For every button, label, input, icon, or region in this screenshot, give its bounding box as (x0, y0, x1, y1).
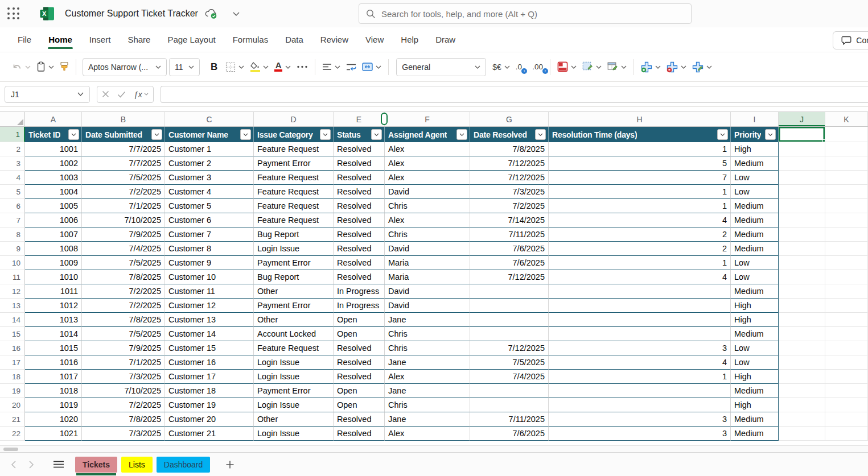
column-header-J[interactable]: J (779, 112, 825, 126)
cell-H16[interactable]: 3 (549, 341, 731, 355)
cell-G19[interactable] (470, 384, 549, 398)
cell-H20[interactable] (549, 398, 731, 412)
alignment-button[interactable] (319, 60, 343, 74)
cell-J16[interactable] (779, 341, 825, 355)
cell-J6[interactable] (779, 199, 825, 213)
cell-C16[interactable]: Customer 15 (165, 341, 254, 355)
table-header-issue-category[interactable]: Issue Category (254, 127, 334, 142)
format-as-table-button[interactable] (579, 58, 604, 76)
cell-K10[interactable] (825, 256, 868, 270)
cell-I5[interactable]: Low (731, 185, 779, 199)
row-header-21[interactable]: 21 (0, 412, 25, 427)
cell-G18[interactable]: 7/4/2025 (470, 370, 549, 384)
cell-I20[interactable]: High (731, 398, 779, 412)
cell-D9[interactable]: Login Issue (254, 242, 334, 256)
cell-I11[interactable]: Low (731, 270, 779, 284)
decrease-decimal-button[interactable]: .0‹ (513, 59, 525, 74)
cell-D6[interactable]: Feature Request (254, 199, 334, 213)
cell-E17[interactable]: Resolved (334, 355, 385, 370)
cell-C11[interactable]: Customer 10 (165, 270, 254, 284)
cell-E21[interactable]: Resolved (334, 412, 385, 427)
cell-G12[interactable] (470, 284, 549, 299)
cell-K21[interactable] (825, 412, 868, 427)
font-color-button[interactable]: A (271, 59, 294, 75)
cell-F7[interactable]: Alex (385, 213, 470, 227)
cell-I13[interactable]: High (731, 299, 779, 313)
horizontal-scrollbar[interactable] (0, 445, 868, 452)
insert-function-button[interactable]: ƒx (134, 90, 149, 99)
cell-F9[interactable]: David (385, 242, 470, 256)
column-header-F[interactable]: F (385, 112, 470, 126)
cell-F14[interactable]: Jane (385, 313, 470, 327)
conditional-formatting-button[interactable] (554, 58, 579, 76)
cell-F4[interactable]: Alex (385, 171, 470, 185)
cell-H5[interactable]: 1 (549, 185, 731, 199)
table-header-assigned-agent[interactable]: Assigned Agent (385, 127, 470, 142)
filter-button-date-submitted[interactable] (151, 129, 162, 140)
ribbon-tab-page-layout[interactable]: Page Layout (159, 27, 224, 52)
column-header-C[interactable]: C (165, 112, 254, 126)
cell-F16[interactable]: Chris (385, 341, 470, 355)
cell-G7[interactable]: 7/14/2025 (470, 213, 549, 227)
cell-A11[interactable]: 1010 (25, 270, 82, 284)
cell-E4[interactable]: Resolved (334, 171, 385, 185)
ribbon-tab-review[interactable]: Review (312, 27, 357, 52)
row-header-5[interactable]: 5 (0, 185, 25, 199)
cell-I6[interactable]: Medium (731, 199, 779, 213)
cell-K12[interactable] (825, 284, 868, 299)
cell-E19[interactable]: Open (334, 384, 385, 398)
table-header-priority[interactable]: Priority (731, 127, 779, 142)
fill-handle[interactable] (822, 139, 825, 142)
formula-input[interactable] (161, 86, 868, 103)
cell-F17[interactable]: Jane (385, 355, 470, 370)
filter-button-ticket-id[interactable] (68, 129, 79, 140)
filter-button-date-resolved[interactable] (535, 129, 546, 140)
ribbon-tab-formulas[interactable]: Formulas (224, 27, 277, 52)
cell-K15[interactable] (825, 327, 868, 341)
cell-F15[interactable]: Chris (385, 327, 470, 341)
cell-G5[interactable]: 7/3/2025 (470, 185, 549, 199)
cell-I2[interactable]: High (731, 142, 779, 156)
cell-H7[interactable]: 4 (549, 213, 731, 227)
cell-E12[interactable]: In Progress (334, 284, 385, 299)
next-sheet-button[interactable] (24, 457, 39, 472)
cell-I12[interactable]: Medium (731, 284, 779, 299)
row-header-3[interactable]: 3 (0, 156, 25, 171)
cell-A18[interactable]: 1017 (25, 370, 82, 384)
cell-B3[interactable]: 7/7/2025 (82, 156, 165, 171)
row-header-13[interactable]: 13 (0, 299, 25, 313)
add-sheet-button[interactable] (222, 457, 238, 473)
cell-J13[interactable] (779, 299, 825, 313)
cell-C10[interactable]: Customer 9 (165, 256, 254, 270)
cell-H13[interactable] (549, 299, 731, 313)
cell-A2[interactable]: 1001 (25, 142, 82, 156)
cell-B17[interactable]: 7/1/2025 (82, 355, 165, 370)
filter-button-resolution-time-days[interactable] (717, 129, 728, 140)
cell-A13[interactable]: 1012 (25, 299, 82, 313)
cell-B21[interactable]: 7/8/2025 (82, 412, 165, 427)
row-header-11[interactable]: 11 (0, 270, 25, 284)
cell-F13[interactable]: David (385, 299, 470, 313)
wrap-text-button[interactable] (343, 60, 359, 74)
cell-K3[interactable] (825, 156, 868, 171)
column-header-E[interactable]: E (334, 112, 385, 126)
cell-J15[interactable] (779, 327, 825, 341)
cell-K4[interactable] (825, 171, 868, 185)
cell-H3[interactable]: 5 (549, 156, 731, 171)
cell-H4[interactable]: 7 (549, 171, 731, 185)
cell-C2[interactable]: Customer 1 (165, 142, 254, 156)
cell-D7[interactable]: Feature Request (254, 213, 334, 227)
column-header-A[interactable]: A (25, 112, 82, 126)
font-size-select[interactable]: 11 (169, 58, 200, 76)
cell-I19[interactable]: Medium (731, 384, 779, 398)
cell-J18[interactable] (779, 370, 825, 384)
cell-E5[interactable]: Resolved (334, 185, 385, 199)
cell-D8[interactable]: Bug Report (254, 227, 334, 242)
cell-C18[interactable]: Customer 17 (165, 370, 254, 384)
ribbon-tab-share[interactable]: Share (119, 27, 159, 52)
cell-D3[interactable]: Payment Error (254, 156, 334, 171)
column-header-B[interactable]: B (82, 112, 165, 126)
cell-J10[interactable] (779, 256, 825, 270)
cell-C13[interactable]: Customer 12 (165, 299, 254, 313)
fill-color-button[interactable] (247, 59, 271, 76)
